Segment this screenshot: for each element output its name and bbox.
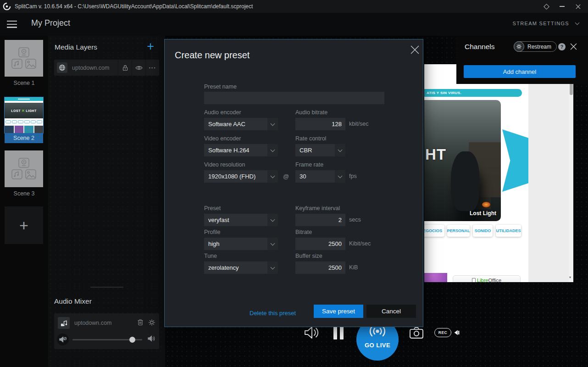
minimize-icon[interactable]	[560, 6, 565, 7]
media-layer-row[interactable]: uptodown.com ···	[54, 60, 159, 76]
add-channel-button[interactable]: Add channel	[464, 65, 576, 78]
channels-title: Channels	[465, 43, 495, 51]
rate-control-select[interactable]: CBR	[295, 144, 345, 156]
add-layer-button[interactable]: +	[147, 39, 154, 54]
category-chip: UTILIDADES	[496, 225, 521, 237]
bitrate-input[interactable]	[295, 238, 345, 250]
scene-2-label: Scene 2	[5, 133, 43, 143]
chevron-down-icon	[267, 144, 278, 156]
video-encoder-select[interactable]: Software H.264	[204, 144, 278, 156]
gear-icon	[148, 319, 155, 326]
scene-2-thumbnail[interactable]: LOST ✕ LIGHT	[5, 97, 43, 133]
keyframe-interval-input[interactable]	[295, 214, 345, 226]
buffer-size-unit: KiB	[349, 264, 358, 271]
resolution-at-separator: @	[283, 173, 289, 180]
splitcam-logo-icon	[3, 2, 11, 11]
scrollbar-down-arrow: ▾	[569, 275, 571, 279]
mute-button[interactable]	[57, 334, 69, 345]
window-titlebar: SplitCam v. 10.6.54 x64 - C:\Users\WDAGU…	[0, 0, 588, 13]
pause-button[interactable]	[333, 327, 344, 339]
poster-caption: Lost Light	[470, 210, 496, 217]
help-icon[interactable]: ?	[558, 43, 566, 50]
poster-soldier-silhouette	[451, 151, 479, 211]
project-title: My Project	[31, 18, 70, 28]
go-live-label: GO LIVE	[365, 342, 390, 349]
scene-1-thumbnail[interactable]	[5, 40, 43, 77]
dialog-close-icon[interactable]	[410, 45, 420, 55]
audio-encoder-select[interactable]: Software AAC	[204, 118, 278, 130]
lock-layer-button[interactable]	[118, 60, 132, 76]
globe-icon	[59, 64, 66, 71]
scene2-chip-row	[5, 118, 43, 125]
delete-preset-link[interactable]: Delete this preset	[250, 310, 296, 317]
save-preset-button[interactable]: Save preset	[314, 305, 363, 318]
chevron-down-icon	[267, 170, 278, 183]
webpage-app-tile	[424, 273, 447, 282]
chevron-down-icon	[267, 214, 278, 226]
chevron-down-icon	[335, 144, 345, 156]
create-preset-dialog: Create new preset Preset name Audio enco…	[164, 39, 423, 327]
preset-select[interactable]: veryfast	[204, 214, 278, 226]
keyframe-interval-unit: secs	[349, 217, 361, 223]
preset-label: Preset	[204, 205, 221, 211]
chevron-down-icon	[575, 21, 580, 25]
scene-1-label: Scene 1	[0, 80, 48, 86]
category-chip: EGOCIOS	[424, 225, 444, 237]
dialog-title: Create new preset	[175, 50, 250, 61]
volume-slider[interactable]	[72, 339, 142, 340]
audio-source-name: uptodown.com	[74, 320, 111, 326]
frame-rate-label: Frame rate	[295, 161, 323, 168]
audio-mixer-source: uptodown.com	[54, 313, 159, 349]
scene2-thumbs-row	[5, 125, 43, 133]
menu-icon[interactable]	[7, 21, 17, 30]
tune-select[interactable]: zerolatency	[204, 261, 278, 274]
window-title: SplitCam v. 10.6.54 x64 - C:\Users\WDAGU…	[15, 3, 253, 10]
preset-name-input[interactable]	[204, 92, 384, 104]
chevron-down-icon	[267, 261, 278, 274]
audio-encoder-label: Audio encoder	[204, 109, 241, 116]
cancel-button[interactable]: Cancel	[366, 305, 416, 318]
video-encoder-label: Video encoder	[204, 135, 241, 142]
category-chip: SONIDO	[473, 225, 493, 237]
volume-max-button[interactable]	[148, 335, 155, 344]
scenes-sidebar: Scene 1 LOST ✕ LIGHT Scene 2 Scene 3 +	[0, 36, 48, 367]
buffer-size-input[interactable]	[295, 261, 345, 274]
audio-monitor-button[interactable]	[304, 326, 320, 341]
close-window-icon[interactable]	[576, 4, 581, 9]
rate-control-label: Rate control	[295, 135, 326, 142]
delete-audio-source-button[interactable]	[137, 319, 144, 328]
layer-visibility-button[interactable]	[132, 60, 145, 76]
audio-source-settings-button[interactable]	[148, 319, 155, 328]
frame-rate-select[interactable]: 30	[295, 170, 345, 183]
layer-menu-button[interactable]: ···	[145, 60, 159, 76]
volume-knob[interactable]	[129, 337, 135, 343]
media-layers-panel: Media Layers + uptodown.com ··· Audio Mi…	[48, 36, 165, 367]
webpage-preview-layer: ATIS Y SIN VIRUS. HT Lost Light EGOCIOS …	[424, 64, 573, 282]
video-resolution-label: Video resolution	[204, 161, 245, 168]
snapshot-button[interactable]	[409, 326, 424, 341]
document-icon	[472, 278, 476, 283]
stream-settings-button[interactable]: STREAM SETTINGS	[513, 21, 579, 26]
media-layers-title: Media Layers	[55, 43, 97, 51]
bitrate-label: Bitrate	[295, 229, 312, 235]
video-resolution-select[interactable]: 1920x1080 (FHD)	[204, 170, 278, 183]
scene-3-thumbnail[interactable]	[5, 150, 43, 187]
lost-light-logo-mark: ✕	[22, 109, 25, 113]
audio-bitrate-label: Audio bitrate	[295, 109, 327, 116]
audio-bitrate-input[interactable]	[295, 118, 345, 130]
restream-button[interactable]: Restream	[514, 41, 557, 52]
layer-name: uptodown.com	[72, 65, 118, 71]
pin-window-icon[interactable]	[544, 4, 549, 10]
audio-source-type-badge	[58, 317, 70, 329]
scene2-banner: LOST ✕ LIGHT	[5, 103, 43, 118]
close-channels-icon[interactable]	[570, 43, 577, 52]
camcorder-icon	[453, 329, 460, 338]
ellipsis-icon: ···	[149, 66, 156, 70]
record-button[interactable]: REC	[434, 328, 451, 337]
profile-select[interactable]: high	[204, 238, 278, 250]
camera-icon	[409, 326, 424, 339]
frame-rate-unit: fps	[349, 173, 357, 179]
keyframe-interval-label: Keyframe interval	[295, 205, 340, 211]
add-scene-button[interactable]: +	[5, 206, 43, 244]
webpage-scrollbar: ▾	[569, 68, 573, 282]
